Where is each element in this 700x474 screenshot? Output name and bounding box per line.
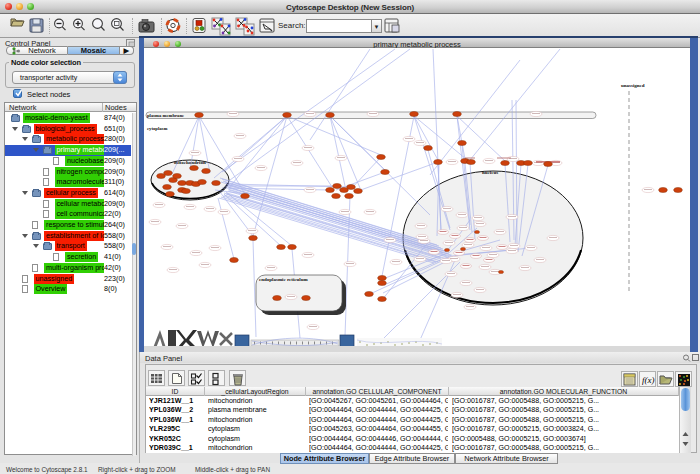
svg-text:endoplasmic reticulum: endoplasmic reticulum xyxy=(259,277,308,282)
svg-text:f(x): f(x) xyxy=(642,375,655,385)
svg-text:cytoplasm: cytoplasm xyxy=(147,126,167,131)
svg-text:plasma membrane: plasma membrane xyxy=(147,113,184,118)
svg-text:unassigned: unassigned xyxy=(621,83,645,88)
svg-text:nucleus: nucleus xyxy=(482,170,498,175)
